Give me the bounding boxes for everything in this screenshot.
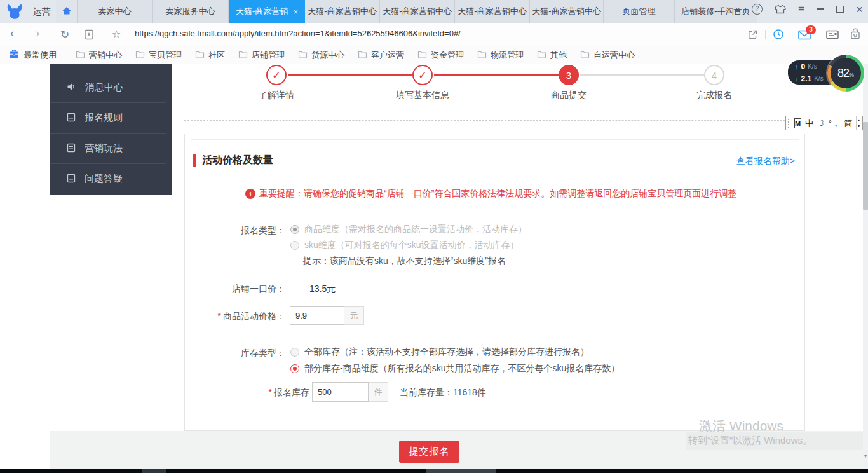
upload-arrow-icon: ↑	[795, 63, 799, 71]
bookmark-folder[interactable]: 宝贝管理	[135, 50, 182, 61]
bookmark-folder[interactable]: 营销中心	[76, 50, 122, 61]
minimize-icon[interactable]	[817, 8, 824, 10]
sidebar: 消息中心 报名规则 营销玩法 问题答疑	[50, 64, 172, 195]
help-icon[interactable]: ?	[752, 4, 763, 15]
bookmark-folder[interactable]: 资金管理	[417, 50, 464, 61]
bookmark-folder[interactable]: 客户运营	[358, 50, 404, 61]
folder-icon	[537, 50, 546, 60]
reload-icon[interactable]: ↻	[60, 28, 69, 41]
qianniu-logo-icon[interactable]	[6, 3, 24, 20]
bookmark-most-used[interactable]: 最常使用	[9, 50, 57, 61]
tab-strip: 卖家中心 卖家服务中心 天猫-商家营销 × 天猫-商家营销中心 天猫-商家营销中…	[56, 0, 757, 23]
home-tab[interactable]	[56, 0, 78, 23]
browser-tab[interactable]: 卖家服务中心	[153, 0, 229, 23]
bookmark-folder[interactable]: 货源中心	[298, 50, 344, 61]
radio-selected-icon[interactable]	[290, 364, 299, 373]
taskbar-segment	[426, 469, 496, 473]
step-4-label: 完成报名	[696, 90, 732, 101]
sidebar-item-label: 消息中心	[85, 81, 123, 93]
section-accent-bar	[193, 154, 196, 167]
share-icon[interactable]	[747, 29, 758, 43]
browser-tab[interactable]: 店铺装修-手淘首页	[675, 0, 757, 23]
bookmark-folder[interactable]: 店铺管理	[238, 50, 285, 61]
bookmarks-bar: 最常使用 营销中心 宝贝管理 社区 店铺管理 货源中心 客户运营 资金管理 物流…	[0, 46, 868, 64]
stock-type-option-all: 全部库存（注：该活动不支持全部库存选择，请选择部分库存进行报名）	[290, 346, 589, 358]
radio-disabled-icon	[290, 348, 299, 357]
activity-price-input[interactable]	[290, 307, 344, 324]
caret-down-icon[interactable]: ▾	[858, 123, 860, 128]
forward-icon[interactable]: ›	[36, 26, 39, 40]
scrollbar-down-arrow[interactable]: ▾	[863, 453, 868, 459]
menu-icon[interactable]: ≡	[798, 4, 804, 15]
ime-simplified-indicator[interactable]: 简	[844, 119, 852, 127]
ime-scroll-arrows[interactable]: ▴ ▾	[856, 116, 861, 130]
help-link[interactable]: 查看报名帮助>	[736, 156, 795, 167]
info-icon: i	[245, 189, 255, 199]
bookmark-folder[interactable]: 其他	[537, 50, 567, 61]
caret-up-icon[interactable]: ▴	[858, 118, 860, 123]
folder-icon	[135, 50, 145, 60]
browser-tab[interactable]: 页面管理	[604, 0, 675, 23]
step-3-circle: 3	[559, 65, 579, 85]
apply-stock-input[interactable]	[313, 383, 368, 401]
taskbar-segment	[142, 469, 166, 473]
performance-ring-widget[interactable]: 82 %	[827, 55, 864, 92]
activity-price-inputbox	[290, 306, 344, 325]
scrollbar-track[interactable]: ▾	[863, 64, 868, 469]
page-capture-icon[interactable]	[84, 29, 94, 43]
sidebar-item-label: 报名规则	[85, 112, 123, 124]
back-icon[interactable]: ‹	[10, 26, 14, 40]
mail-icon[interactable]: 3	[798, 30, 811, 43]
browser-tab-active[interactable]: 天猫-商家营销 ×	[229, 0, 305, 23]
ime-punct-indicator[interactable]: °，	[829, 119, 840, 127]
apply-stock-unit: 件	[369, 382, 388, 402]
sidebar-item-message-center[interactable]: 消息中心	[50, 72, 166, 102]
bookmark-label: 物流管理	[491, 50, 524, 61]
skin-icon[interactable]	[775, 4, 786, 14]
browser-tab[interactable]: 天猫-商家营销中心	[380, 0, 455, 23]
speaker-icon	[67, 82, 76, 93]
browser-tab[interactable]: 天猫-商家营销中心	[305, 0, 380, 23]
shop-price-value: 13.5元	[309, 284, 336, 295]
drag-grip-icon[interactable]	[788, 119, 790, 128]
shop-bag-icon[interactable]	[850, 28, 860, 43]
radio-selected-disabled-icon	[290, 225, 299, 234]
url-input[interactable]	[133, 28, 708, 39]
browser-tab[interactable]: 卖家中心	[78, 0, 153, 23]
bookmark-star-icon[interactable]: ☆	[112, 28, 121, 40]
step-connector	[580, 74, 704, 76]
submit-button[interactable]: 提交报名	[399, 441, 459, 463]
card-icon[interactable]	[826, 30, 839, 43]
alarm-clock-icon[interactable]	[773, 29, 784, 43]
sidebar-item-apply-rules[interactable]: 报名规则	[50, 102, 166, 133]
sidebar-item-marketing-play[interactable]: 营销玩法	[50, 133, 166, 163]
ime-lang-indicator[interactable]: 中	[805, 119, 813, 127]
browser-tab[interactable]: 天猫-商家营销中心	[455, 0, 530, 23]
stock-type-option-partial[interactable]: 部分库存-商品维度（所有报名的sku共用活动库存，不区分每个sku报名库存数）	[290, 363, 620, 374]
folder-icon	[580, 50, 590, 60]
label-text: 报名库存	[274, 387, 309, 397]
step-1-circle: ✓	[266, 65, 287, 85]
maximize-icon[interactable]	[836, 6, 844, 13]
sidebar-item-qa[interactable]: 问题答疑	[50, 163, 166, 194]
scrollbar-thumb[interactable]	[863, 122, 868, 210]
ime-mode-icon[interactable]: M	[794, 118, 801, 128]
bookmark-folder[interactable]: 物流管理	[477, 50, 524, 61]
tab-close-icon[interactable]: ×	[293, 7, 298, 17]
browser-tab-bar: 运营 卖家中心 卖家服务中心 天猫-商家营销 × 天猫-商家营销中心 天猫-商家…	[0, 0, 868, 23]
bookmark-folder[interactable]: 社区	[195, 50, 225, 61]
bookmark-label: 最常使用	[24, 50, 57, 61]
bookmark-folder[interactable]: 自运营中心	[580, 50, 635, 61]
browser-tab[interactable]: 天猫-商家营销中心	[530, 0, 604, 23]
close-icon[interactable]: ×	[856, 3, 863, 15]
step-2-circle: ✓	[412, 65, 433, 85]
address-bar: ‹ › ↻ ☆ 3	[0, 23, 868, 46]
label-text: 商品活动价格：	[223, 311, 285, 321]
divider	[104, 30, 104, 39]
ime-width-moon-icon[interactable]: ☽	[817, 119, 825, 127]
stock-type-label: 库存类型：	[185, 348, 285, 359]
ime-toolbar[interactable]: M 中 ☽ °， 简 ▴ ▾	[785, 116, 863, 130]
step-number: 3	[566, 70, 571, 81]
window-controls: ? ≡ ×	[752, 0, 863, 18]
folder-icon	[358, 50, 367, 60]
